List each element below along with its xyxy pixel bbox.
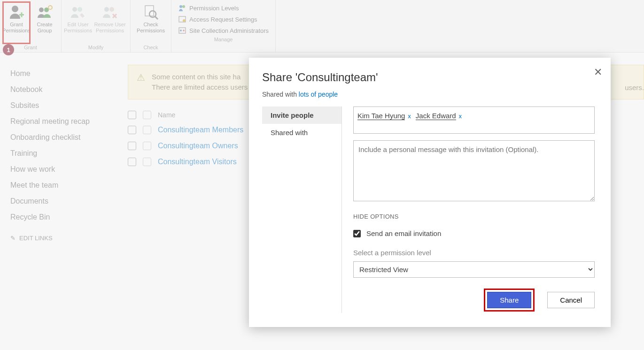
close-button[interactable]: ✕ <box>594 66 602 78</box>
shared-with-text: Shared with lots of people <box>262 91 595 98</box>
people-picker[interactable]: Kim Tae Hyung x Jack Edward x <box>353 107 595 134</box>
shared-with-link[interactable]: lots of people <box>299 91 338 98</box>
tab-invite-people[interactable]: Invite people <box>262 107 341 124</box>
shared-with-prefix: Shared with <box>262 91 299 98</box>
share-dialog: ✕ Share 'Consultingteam' Shared with lot… <box>249 58 611 327</box>
permission-level-select[interactable]: Restricted View <box>353 261 595 278</box>
dialog-tabs: Invite people Shared with <box>262 107 342 313</box>
permission-level-label: Select a permission level <box>353 249 595 257</box>
share-button-highlight: Share <box>485 290 533 310</box>
send-email-label: Send an email invitation <box>366 229 441 237</box>
share-button[interactable]: Share <box>487 292 531 308</box>
remove-person-icon[interactable]: x <box>459 113 462 120</box>
remove-person-icon[interactable]: x <box>408 113 411 120</box>
dialog-title: Share 'Consultingteam' <box>262 71 595 84</box>
dialog-form: Kim Tae Hyung x Jack Edward x HIDE OPTIO… <box>342 107 595 313</box>
send-email-checkbox[interactable] <box>353 230 361 237</box>
hide-options-toggle[interactable]: HIDE OPTIONS <box>353 213 595 220</box>
person-chip: Jack Edward <box>416 112 456 120</box>
personal-message-input[interactable] <box>353 140 595 201</box>
send-email-checkbox-row[interactable]: Send an email invitation <box>353 229 595 237</box>
tab-shared-with[interactable]: Shared with <box>262 124 341 141</box>
cancel-button[interactable]: Cancel <box>547 292 595 308</box>
person-chip: Kim Tae Hyung <box>357 112 405 120</box>
